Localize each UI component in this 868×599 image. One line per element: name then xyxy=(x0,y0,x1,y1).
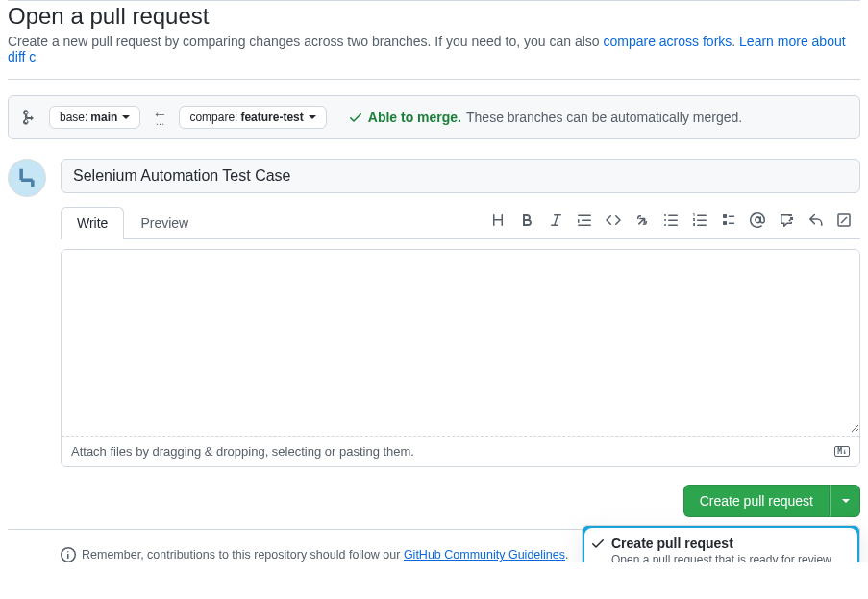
dropdown-item-desc: Open a pull request that is ready for re… xyxy=(611,553,848,562)
subtitle-dot: . xyxy=(732,34,739,49)
mention-icon[interactable] xyxy=(749,212,766,229)
caret-down-icon xyxy=(309,115,316,119)
guidelines-pre: Remember, contributions to this reposito… xyxy=(82,548,404,562)
attach-bar[interactable]: Attach files by dragging & dropping, sel… xyxy=(62,436,859,466)
bold-icon[interactable] xyxy=(518,212,535,229)
git-compare-icon xyxy=(22,110,37,125)
code-icon[interactable] xyxy=(605,212,622,229)
compare-value: feature-test xyxy=(240,111,303,124)
merge-status: Able to merge. These branches can be aut… xyxy=(348,110,742,125)
link-icon[interactable] xyxy=(633,212,651,229)
pr-title-input[interactable] xyxy=(61,159,860,193)
page-subtitle: Create a new pull request by comparing c… xyxy=(8,34,860,64)
dropdown-item-create-pr[interactable]: Create pull request Open a pull request … xyxy=(583,526,859,562)
arrow-separator: ← … xyxy=(152,110,167,125)
create-pr-dropdown: Create pull request Open a pull request … xyxy=(582,525,860,562)
ordered-list-icon[interactable] xyxy=(691,212,708,229)
dropdown-item-title: Create pull request xyxy=(611,536,848,551)
check-icon xyxy=(590,536,606,551)
compare-branch-select[interactable]: compare: feature-test xyxy=(179,106,326,129)
quote-icon[interactable] xyxy=(576,212,593,229)
create-pr-button[interactable]: Create pull request xyxy=(683,485,830,517)
base-value: main xyxy=(90,111,117,124)
cross-reference-icon[interactable] xyxy=(778,212,795,229)
actions-row: Create pull request Create pull request … xyxy=(61,485,860,517)
info-icon xyxy=(61,547,76,562)
caret-down-icon xyxy=(122,115,130,119)
compare-label: compare: xyxy=(189,111,237,124)
page-header: Open a pull request Create a new pull re… xyxy=(8,0,860,80)
tab-write[interactable]: Write xyxy=(61,207,124,239)
italic-icon[interactable] xyxy=(547,212,564,229)
compare-forks-link[interactable]: compare across forks xyxy=(603,34,732,49)
merge-ok-text: Able to merge. xyxy=(368,110,461,125)
markdown-icon[interactable]: M↓ xyxy=(834,446,850,457)
create-pr-dropdown-toggle[interactable] xyxy=(830,485,860,517)
editor-tab-row: Write Preview xyxy=(61,207,860,239)
check-icon xyxy=(348,110,363,125)
merge-desc-text: These branches can be automatically merg… xyxy=(466,110,742,125)
guidelines-link[interactable]: GitHub Community Guidelines xyxy=(404,548,565,562)
unordered-list-icon[interactable] xyxy=(662,212,680,229)
editor-tabs: Write Preview xyxy=(61,207,205,238)
heading-icon[interactable] xyxy=(489,212,507,229)
base-branch-select[interactable]: base: main xyxy=(49,106,140,129)
page-title: Open a pull request xyxy=(8,3,860,30)
tasklist-icon[interactable] xyxy=(720,212,737,229)
branch-compare-box: base: main ← … compare: feature-test Abl… xyxy=(8,95,860,139)
markdown-toolbar xyxy=(489,212,860,235)
compose-row: Write Preview Attach xyxy=(8,159,860,517)
caret-down-icon xyxy=(842,499,850,503)
tab-preview[interactable]: Preview xyxy=(124,207,205,238)
pr-body-textarea[interactable] xyxy=(62,250,859,433)
diff-ignored-icon[interactable] xyxy=(835,212,853,229)
guidelines-post: . xyxy=(565,548,568,562)
reply-icon[interactable] xyxy=(806,212,824,229)
attach-hint: Attach files by dragging & dropping, sel… xyxy=(71,444,414,459)
avatar xyxy=(8,159,46,197)
editor-wrap: Attach files by dragging & dropping, sel… xyxy=(61,249,860,467)
subtitle-text: Create a new pull request by comparing c… xyxy=(8,34,603,49)
compose-area: Write Preview Attach xyxy=(61,159,860,517)
base-label: base: xyxy=(60,111,87,124)
